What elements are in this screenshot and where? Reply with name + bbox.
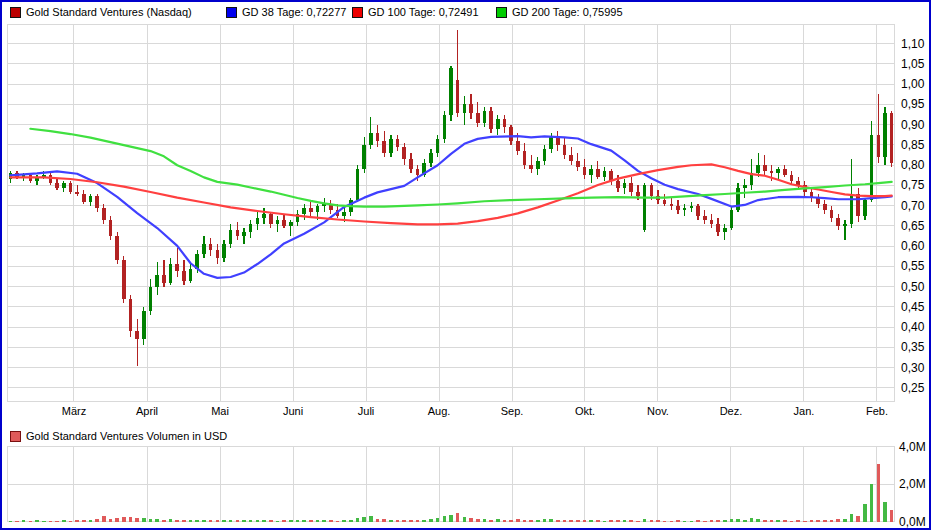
price-y-tick-label: 0,75 — [901, 178, 924, 192]
price-y-tick-label: 0,55 — [901, 259, 924, 273]
volume-legend-label: Gold Standard Ventures Volumen in USD — [26, 430, 227, 442]
price-y-tick-label: 0,80 — [901, 158, 924, 172]
legend-label: GD 100 Tage: 0,72491 — [368, 6, 479, 18]
month-label-Jan: Jan. — [794, 405, 815, 418]
price-y-tick-label: 0,25 — [901, 381, 924, 395]
stock-chart-frame: Gold Standard Ventures (Nasdaq)GD 38 Tag… — [0, 0, 931, 530]
legend-item-3: GD 200 Tage: 0,75995 — [496, 6, 623, 18]
month-label-Juni: Juni — [283, 405, 303, 418]
month-label-April: April — [136, 405, 158, 418]
price-y-tick-label: 0,30 — [901, 361, 924, 375]
volume-chart-plot — [7, 446, 895, 522]
volume-y-tick-label: 2,0M — [899, 477, 926, 491]
month-label-März: März — [62, 405, 86, 418]
legend-label: GD 200 Tage: 0,75995 — [512, 6, 623, 18]
volume-chart-legend: Gold Standard Ventures Volumen in USD — [2, 426, 929, 446]
legend-label: Gold Standard Ventures (Nasdaq) — [26, 6, 192, 18]
month-label-Okt: Okt. — [575, 405, 595, 418]
month-label-Mai: Mai — [211, 405, 229, 418]
volume-legend-item: Gold Standard Ventures Volumen in USD — [10, 430, 227, 442]
price-y-tick-label: 0,70 — [901, 199, 924, 213]
month-label-Sep: Sep. — [501, 405, 524, 418]
month-label-Feb: Feb. — [866, 405, 888, 418]
month-label-Aug: Aug. — [428, 405, 451, 418]
price-y-tick-label: 0,40 — [901, 320, 924, 334]
legend-swatch-icon — [496, 7, 507, 18]
month-label-Juli: Juli — [358, 405, 375, 418]
price-y-tick-label: 0,90 — [901, 118, 924, 132]
price-y-tick-label: 0,35 — [901, 340, 924, 354]
legend-swatch-icon — [226, 7, 237, 18]
price-y-tick-label: 0,50 — [901, 280, 924, 294]
price-y-tick-label: 1,10 — [901, 37, 924, 51]
legend-item-0: Gold Standard Ventures (Nasdaq) — [10, 6, 192, 18]
price-y-tick-label: 0,60 — [901, 239, 924, 253]
price-y-tick-label: 0,95 — [901, 97, 924, 111]
legend-swatch-icon — [352, 7, 363, 18]
price-y-tick-label: 1,00 — [901, 77, 924, 91]
price-y-tick-label: 0,85 — [901, 138, 924, 152]
price-y-tick-label: 1,05 — [901, 57, 924, 71]
legend-swatch-icon — [10, 7, 21, 18]
legend-label: GD 38 Tage: 0,72277 — [242, 6, 346, 18]
volume-legend-swatch-icon — [10, 431, 21, 442]
legend-item-2: GD 100 Tage: 0,72491 — [352, 6, 479, 18]
price-chart-legend: Gold Standard Ventures (Nasdaq)GD 38 Tag… — [2, 2, 929, 22]
price-y-tick-label: 0,45 — [901, 300, 924, 314]
month-label-Dez: Dez. — [720, 405, 743, 418]
legend-item-1: GD 38 Tage: 0,72277 — [226, 6, 346, 18]
volume-y-tick-label: 4,0M — [899, 440, 926, 454]
price-chart-plot — [7, 24, 895, 402]
month-label-Nov: Nov. — [647, 405, 669, 418]
price-y-tick-label: 0,65 — [901, 219, 924, 233]
volume-y-tick-label: 0,0M — [899, 515, 926, 529]
